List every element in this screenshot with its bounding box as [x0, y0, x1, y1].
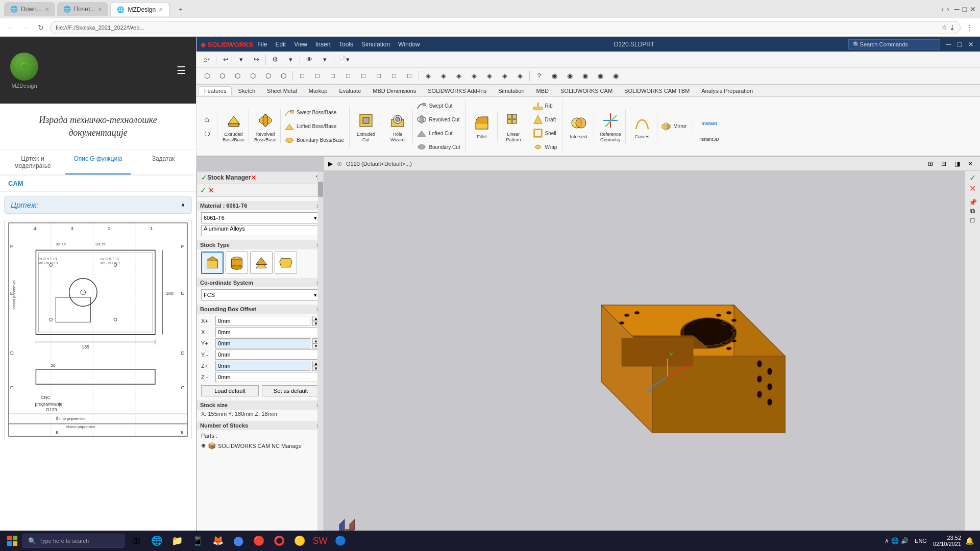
- tab-sketch[interactable]: Sketch: [232, 86, 261, 95]
- tb-rt26[interactable]: ◉: [593, 69, 607, 83]
- yminus-input[interactable]: [215, 349, 320, 360]
- sw-home-btn[interactable]: ⌂▾: [200, 53, 214, 66]
- tab-3[interactable]: 🌐 MZDesign ✕: [110, 2, 169, 16]
- tb-rt11[interactable]: □: [356, 69, 371, 83]
- tb-options-dropdown[interactable]: ▾: [283, 53, 298, 66]
- taskbar-solidworks[interactable]: SW: [310, 531, 330, 551]
- lofted-boss-btn[interactable]: Lofted Boss/Base: [282, 120, 346, 133]
- parts-expand-icon[interactable]: ⊕: [201, 442, 206, 449]
- extruded-boss-icon[interactable]: [224, 110, 244, 131]
- stock-type-extrusion[interactable]: [250, 252, 273, 274]
- boundary-boss-btn[interactable]: Boundary Boss/Base: [282, 134, 346, 147]
- systray-volume[interactable]: 🔊: [901, 537, 909, 544]
- close-browser-btn[interactable]: ✕: [970, 5, 976, 13]
- taskbar-firefox[interactable]: 🦊: [208, 531, 228, 551]
- revolved-boss-icon[interactable]: [255, 110, 276, 131]
- tb-redo-btn[interactable]: ↪: [249, 53, 263, 66]
- ribbon-home-icon[interactable]: ⌂: [200, 113, 214, 126]
- zplus-input[interactable]: [215, 361, 310, 371]
- sidebar-section-header[interactable]: Цртеж: ∧: [5, 196, 191, 213]
- tb-rt8[interactable]: □: [310, 69, 325, 83]
- taskbar-chrome[interactable]: ⬤: [229, 531, 248, 551]
- view-ctrl-2[interactable]: ⊟: [938, 158, 949, 169]
- linear-pattern-icon[interactable]: [503, 110, 524, 131]
- stock-type-header[interactable]: Stock Type ⊞: [197, 240, 324, 249]
- tab-2-close[interactable]: ✕: [98, 7, 102, 12]
- curves-icon[interactable]: [632, 113, 652, 133]
- section-collapse-icon[interactable]: ∧: [181, 202, 185, 209]
- reference-geometry-icon[interactable]: [600, 110, 621, 131]
- taskbar-viber[interactable]: 📱: [188, 531, 207, 551]
- maximize-btn[interactable]: □: [963, 5, 967, 13]
- menu-view[interactable]: View: [294, 41, 307, 48]
- tab-1-close[interactable]: ✕: [45, 7, 49, 12]
- reload-btn[interactable]: ↻: [35, 21, 47, 34]
- sw-restore-btn[interactable]: □: [955, 40, 964, 48]
- material-select[interactable]: 6061-T6 ▾: [201, 212, 320, 223]
- tb-rt5[interactable]: ⬡: [261, 69, 275, 83]
- notification-icon[interactable]: 🔔: [965, 537, 974, 545]
- start-btn[interactable]: [2, 531, 22, 551]
- tab-analysis-prep[interactable]: Analysis Preparation: [696, 86, 758, 95]
- panel-ok-icon[interactable]: ✓: [200, 186, 206, 194]
- tb-rt27[interactable]: ◉: [608, 69, 623, 83]
- material-section-header[interactable]: Material : 6061-T6 ⊞: [197, 201, 324, 210]
- sw-close-btn[interactable]: ✕: [966, 40, 976, 48]
- tb-rt23[interactable]: ◉: [547, 69, 561, 83]
- swept-cut-btn[interactable]: Swept Cut: [414, 99, 462, 112]
- address-star[interactable]: ☆: [941, 23, 947, 31]
- tab-features[interactable]: Features: [199, 86, 232, 95]
- tb-rt7[interactable]: □: [295, 69, 309, 83]
- tab-sheet-metal[interactable]: Sheet Metal: [261, 86, 303, 95]
- menu-tools[interactable]: Tools: [339, 41, 353, 48]
- tab-sw-addins[interactable]: SOLIDWORKS Add-Ins: [422, 86, 492, 95]
- taskbar-search[interactable]: 🔍 Type here to search: [22, 534, 125, 548]
- tab-sw-cam[interactable]: SOLIDWORKS CAM: [555, 86, 618, 95]
- wrap-btn[interactable]: Wrap: [530, 140, 559, 154]
- stock-type-box[interactable]: [201, 252, 224, 274]
- fillet-icon[interactable]: [472, 113, 492, 133]
- coord-select[interactable]: FCS ▾: [201, 289, 320, 300]
- tab-2[interactable]: 🌐 Почет... ✕: [57, 2, 109, 16]
- boundary-cut-btn[interactable]: Boundary Cut: [414, 140, 462, 154]
- yplus-input[interactable]: [215, 338, 310, 348]
- tb-undo-dropdown[interactable]: ▾: [234, 53, 248, 66]
- tb-rt9[interactable]: □: [326, 69, 340, 83]
- tb-view-dropdown[interactable]: ▾: [317, 53, 332, 66]
- tb-rt24[interactable]: ◉: [562, 69, 577, 83]
- taskbar-task-view[interactable]: ⊞: [127, 531, 146, 551]
- ok-btn[interactable]: ✓: [201, 173, 207, 182]
- tb-file-btn[interactable]: 📄▾: [336, 53, 351, 66]
- tb-rt10[interactable]: □: [341, 69, 355, 83]
- systray-network[interactable]: 🌐: [891, 537, 899, 544]
- tb-rt25[interactable]: ◉: [578, 69, 592, 83]
- taskbar-other1[interactable]: 🔴: [249, 531, 268, 551]
- intersect-icon[interactable]: [569, 113, 589, 133]
- tab-mbd[interactable]: MBD: [531, 86, 554, 95]
- tab-markup[interactable]: Markup: [303, 86, 333, 95]
- taskbar-explorer[interactable]: 📁: [167, 531, 187, 551]
- systray-up-arrow[interactable]: ∧: [885, 537, 889, 544]
- num-stocks-header[interactable]: Number of Stocks ⊞: [197, 421, 324, 430]
- shell-btn[interactable]: Shell: [530, 127, 559, 140]
- taskbar-other4[interactable]: 🔵: [331, 531, 350, 551]
- sw-3d-view[interactable]: X Y Z *Isometric: [324, 171, 980, 551]
- bbox-header[interactable]: Bounding Box Offset ⊞: [197, 305, 324, 314]
- sidebar-nav-g-functions[interactable]: Опис G функција: [65, 150, 131, 174]
- tb-rt14[interactable]: □: [402, 69, 416, 83]
- tb-rt12[interactable]: □: [372, 69, 386, 83]
- tb-rt20[interactable]: ◈: [498, 69, 512, 83]
- sidebar-nav-task[interactable]: Задатак: [131, 150, 196, 174]
- instant3d-icon[interactable]: Instant3D: [696, 110, 722, 136]
- tb-options-btn[interactable]: ⚙: [268, 53, 282, 66]
- swept-boss-btn[interactable]: Swept Boss/Base: [282, 106, 346, 119]
- coord-header[interactable]: Co-ordinate System ⊞: [197, 278, 324, 287]
- view-ctrl-3[interactable]: ◨: [951, 158, 963, 169]
- sidebar-nav-drawing[interactable]: Цртеж и моделирање: [0, 150, 65, 174]
- new-tab-btn[interactable]: ＋: [172, 2, 190, 16]
- tb-rt2[interactable]: ⬡: [215, 69, 229, 83]
- menu-edit[interactable]: Edit: [276, 41, 286, 48]
- tb-rt6[interactable]: ⬡: [276, 69, 290, 83]
- extruded-cut-icon[interactable]: [356, 110, 376, 131]
- tb-rt19[interactable]: ◈: [482, 69, 497, 83]
